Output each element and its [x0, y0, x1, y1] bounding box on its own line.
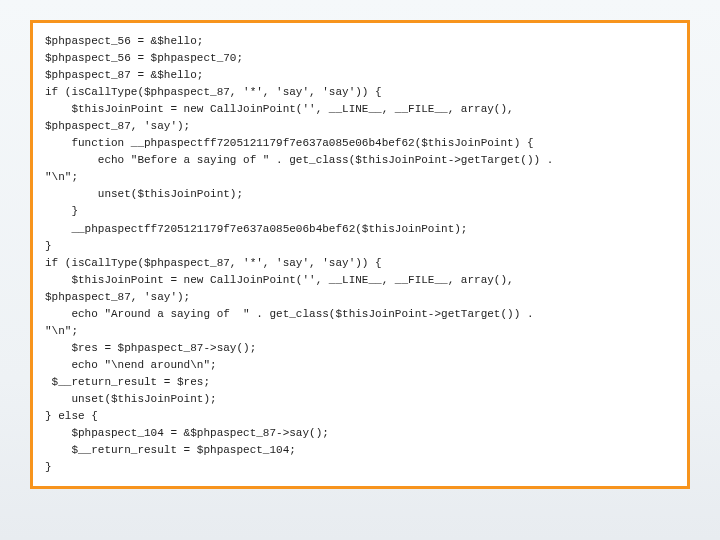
code-line: $phpaspect_87, 'say');	[45, 289, 675, 306]
code-line: unset($thisJoinPoint);	[45, 186, 675, 203]
code-line: "\n";	[45, 169, 675, 186]
code-line: $thisJoinPoint = new CallJoinPoint('', _…	[45, 272, 675, 289]
code-line: $__return_result = $phpaspect_104;	[45, 442, 675, 459]
code-line: }	[45, 459, 675, 476]
code-line: if (isCallType($phpaspect_87, '*', 'say'…	[45, 84, 675, 101]
code-line: unset($thisJoinPoint);	[45, 391, 675, 408]
code-line: "\n";	[45, 323, 675, 340]
code-line: __phpaspectff7205121179f7e637a085e06b4be…	[45, 221, 675, 238]
code-line: function __phpaspectff7205121179f7e637a0…	[45, 135, 675, 152]
code-line: }	[45, 238, 675, 255]
code-line: echo "\nend around\n";	[45, 357, 675, 374]
code-line: }	[45, 203, 675, 220]
code-line: echo "Before a saying of " . get_class($…	[45, 152, 675, 169]
code-line: if (isCallType($phpaspect_87, '*', 'say'…	[45, 255, 675, 272]
code-line: echo "Around a saying of " . get_class($…	[45, 306, 675, 323]
code-line: $res = $phpaspect_87->say();	[45, 340, 675, 357]
code-line: $phpaspect_87 = &$hello;	[45, 67, 675, 84]
code-line: $phpaspect_104 = &$phpaspect_87->say();	[45, 425, 675, 442]
code-line: $phpaspect_87, 'say');	[45, 118, 675, 135]
code-line: $phpaspect_56 = $phpaspect_70;	[45, 50, 675, 67]
code-container: $phpaspect_56 = &$hello; $phpaspect_56 =…	[30, 20, 690, 489]
code-line: } else {	[45, 408, 675, 425]
code-line: $thisJoinPoint = new CallJoinPoint('', _…	[45, 101, 675, 118]
code-line: $phpaspect_56 = &$hello;	[45, 33, 675, 50]
code-line: $__return_result = $res;	[45, 374, 675, 391]
